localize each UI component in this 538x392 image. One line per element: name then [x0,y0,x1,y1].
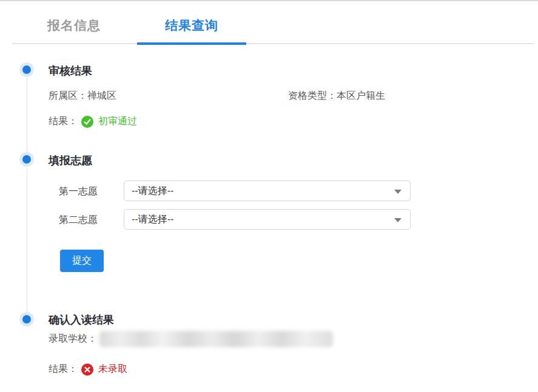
admission-section-title: 确认入读结果 [49,313,114,327]
admission-result-row: 结果： 未录取 [49,363,127,376]
qualification-field: 资格类型：本区户籍生 [288,90,385,102]
first-choice-label: 第一志愿 [59,185,98,198]
qualification-label: 资格类型： [288,90,337,101]
result-query-page: 报名信息 结果查询 审核结果 所属区：禅城区 资格类型：本区户籍生 结果： 初审… [0,0,538,392]
audit-result-value: 初审通过 [98,115,137,128]
admission-result-label: 结果： [49,363,78,376]
qualification-value: 本区户籍生 [337,90,385,101]
timeline-connector [27,70,27,319]
first-choice-select[interactable]: --请选择-- [124,181,411,201]
timeline-dot-admission [19,312,34,327]
chevron-down-icon [394,190,402,194]
audit-section-title: 审核结果 [49,64,92,78]
top-divider [0,0,538,1]
timeline-dot-volunteer [19,152,34,167]
x-circle-icon [81,364,93,376]
tab-bar-divider [12,43,534,44]
tab-registration-info[interactable]: 报名信息 [19,17,129,34]
admission-school-row: 录取学校： [49,331,333,347]
check-circle-icon [81,116,93,128]
admission-school-label: 录取学校： [49,333,97,345]
audit-result-label: 结果： [49,115,78,128]
volunteer-section-title: 填报志愿 [49,153,92,168]
second-choice-selected-value: --请选择-- [132,214,173,224]
active-tab-underline [137,42,246,45]
admission-result-value: 未录取 [98,363,127,376]
audit-result-row: 结果： 初审通过 [49,115,137,128]
timeline-dot-audit [19,62,34,77]
first-choice-selected-value: --请选择-- [132,185,173,196]
submit-button[interactable]: 提交 [60,250,104,272]
chevron-down-icon [394,218,402,222]
tab-result-query[interactable]: 结果查询 [137,17,246,34]
second-choice-label: 第二志愿 [59,214,98,227]
redacted-school-name [99,331,333,347]
district-field: 所属区：禅城区 [49,90,116,102]
second-choice-select[interactable]: --请选择-- [124,209,411,230]
district-label: 所属区： [49,90,87,101]
district-value: 禅城区 [87,90,116,101]
